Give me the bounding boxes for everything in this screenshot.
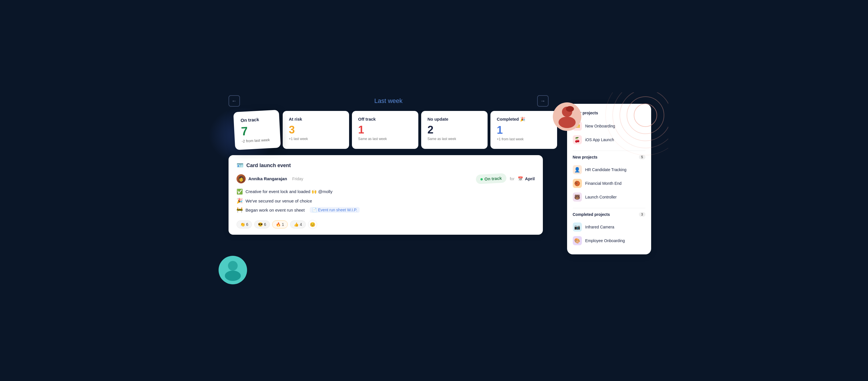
completed-sub: +1 from last week (497, 137, 551, 141)
item-text-3: Began work on event run sheet (246, 208, 305, 212)
next-button[interactable]: → (537, 95, 549, 107)
author-name: Annika Rangarajan (248, 176, 287, 181)
project-name-financial: Financial Month End (585, 181, 622, 186)
no-update-card[interactable]: No update 2 Same as last week (421, 111, 488, 149)
completed-number: 1 (497, 125, 551, 136)
event-run-sheet-link[interactable]: 📄 Event run sheet W.I.P. (310, 207, 359, 213)
reaction-cool[interactable]: 😎 6 (254, 221, 270, 228)
reaction-thumbsup[interactable]: 👍 4 (290, 221, 306, 228)
item-icon-1: ✅ (237, 188, 243, 195)
card-title: Card launch event (247, 163, 291, 169)
at-risk-label: At risk (289, 117, 343, 121)
off-track-sub: Same as last week (358, 137, 412, 141)
completed-projects-count: 3 (639, 212, 646, 217)
item-icon-2: 🎉 (237, 198, 243, 204)
project-name-launch-controller: Launch Controller (585, 195, 617, 199)
project-icon-infrared: 📷 (573, 223, 582, 232)
period-title: Last week (374, 97, 402, 105)
project-icon-employee-onboarding: 🎨 (573, 236, 582, 245)
card-icon: 🪪 (237, 162, 244, 169)
svg-point-6 (559, 117, 576, 128)
completed-label: Completed 🎉 (497, 117, 551, 122)
svg-point-8 (566, 106, 574, 112)
reaction-fire[interactable]: 🔥 1 (272, 221, 288, 228)
off-track-number: 1 (358, 124, 412, 135)
off-track-label: Off track (358, 117, 412, 121)
item-text-2: We've secured our venue of choice (246, 199, 312, 203)
decorative-circles (588, 92, 668, 172)
update-card: 🪪 Card launch event 👩 Annika Rangarajan … (228, 155, 543, 235)
completed-projects-title: Completed projects (573, 212, 610, 217)
author-date: Friday (292, 177, 303, 181)
completed-projects-header: Completed projects 3 (573, 212, 646, 217)
at-risk-card[interactable]: At risk 3 +1 last week (283, 111, 349, 149)
on-track-label: On track (240, 116, 272, 123)
project-icon-hr-tracking: 👤 (573, 165, 582, 174)
project-icon-ios-launch: 🍒 (573, 135, 582, 144)
update-meta: 👩 Annika Rangarajan Friday On track for … (237, 174, 535, 183)
svg-point-3 (613, 92, 668, 148)
period-badge: 📅 April (518, 176, 535, 181)
emoji-add-icon: 😊 (310, 222, 315, 227)
project-icon-launch-controller: 🐻 (573, 193, 582, 202)
item-icon-3: 🚧 (237, 207, 243, 213)
author-avatar: 👩 (237, 174, 246, 183)
svg-point-1 (627, 97, 664, 134)
at-risk-sub: +1 last week (289, 137, 343, 141)
status-dot (480, 178, 483, 180)
on-track-number: 7 (241, 124, 273, 138)
reaction-clap[interactable]: 👏 6 (237, 221, 252, 228)
no-update-number: 2 (428, 124, 481, 135)
off-track-card[interactable]: Off track 1 Same as last week (352, 111, 418, 149)
on-track-card[interactable]: On track 7 -2 from last week (233, 110, 281, 150)
right-panel: Your projects 🎫 New Onboarding 🍒 iOS App… (567, 104, 651, 254)
project-financial[interactable]: 🏀 Financial Month End (573, 177, 646, 190)
for-label: for (510, 177, 514, 181)
project-name-employee-onboarding: Employee Onboarding (585, 238, 625, 243)
no-update-sub: Same as last week (428, 137, 481, 141)
prev-button[interactable]: ← (228, 95, 240, 107)
user-avatar-large (551, 101, 583, 132)
update-item: ✅ Creative for event lock and loaded 🙌 @… (237, 188, 535, 195)
status-cards: On track 7 -2 from last week At risk 3 +… (217, 111, 557, 149)
update-items: ✅ Creative for event lock and loaded 🙌 @… (237, 188, 535, 213)
svg-point-4 (606, 92, 668, 155)
update-author: 👩 Annika Rangarajan Friday (237, 174, 304, 183)
project-name-infrared: Infrared Camera (585, 225, 614, 229)
on-track-sub: -2 from last week (241, 138, 274, 143)
status-badge-wrap: On track for 📅 April (476, 174, 535, 183)
project-employee-onboarding[interactable]: 🎨 Employee Onboarding (573, 234, 646, 247)
status-badge: On track (475, 173, 506, 184)
update-card-header: 🪪 Card launch event (237, 162, 535, 169)
at-risk-number: 3 (289, 124, 343, 135)
user-avatar-bottom-left (217, 254, 248, 286)
svg-point-11 (228, 261, 238, 271)
calendar-icon: 📅 (518, 176, 523, 181)
add-reaction-button[interactable]: 😊 (308, 220, 317, 229)
item-text-1: Creative for event lock and loaded 🙌 @mo… (246, 189, 333, 194)
project-infrared[interactable]: 📷 Infrared Camera (573, 220, 646, 234)
svg-point-0 (634, 104, 657, 127)
update-item: 🚧 Began work on event run sheet 📄 Event … (237, 207, 535, 213)
nav-header: ← Last week → (217, 95, 560, 107)
project-launch-controller[interactable]: 🐻 Launch Controller (573, 190, 646, 204)
project-icon-financial: 🏀 (573, 179, 582, 188)
reactions: 👏 6 😎 6 🔥 1 👍 4 😊 (237, 219, 535, 229)
svg-point-10 (225, 271, 241, 281)
no-update-label: No update (428, 117, 481, 121)
update-item: 🎉 We've secured our venue of choice (237, 198, 535, 204)
completed-card[interactable]: Completed 🎉 1 +1 from last week (490, 111, 557, 149)
